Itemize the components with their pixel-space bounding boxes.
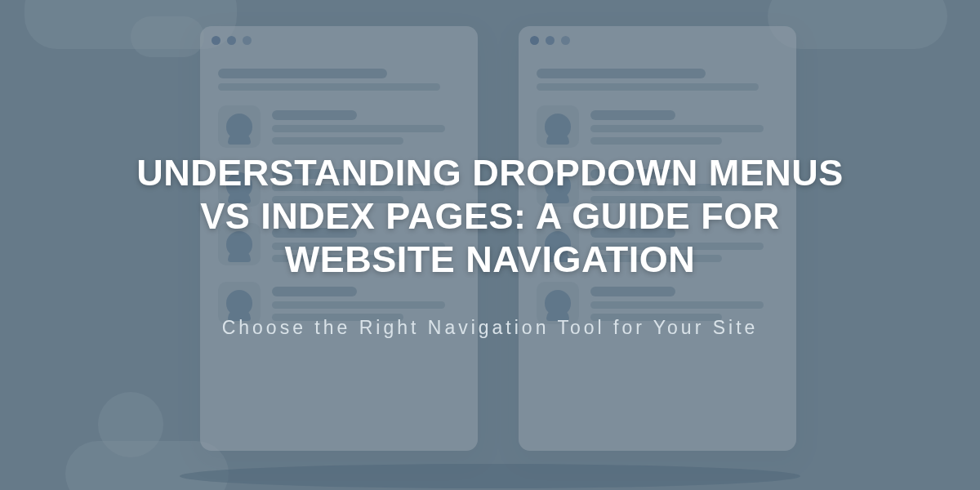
hero-text-block: UNDERSTANDING DROPDOWN MENUS VS INDEX PA…	[0, 0, 980, 490]
hero-banner: UNDERSTANDING DROPDOWN MENUS VS INDEX PA…	[0, 0, 980, 490]
page-title: UNDERSTANDING DROPDOWN MENUS VS INDEX PA…	[122, 151, 858, 281]
page-subtitle: Choose the Right Navigation Tool for You…	[222, 317, 759, 339]
